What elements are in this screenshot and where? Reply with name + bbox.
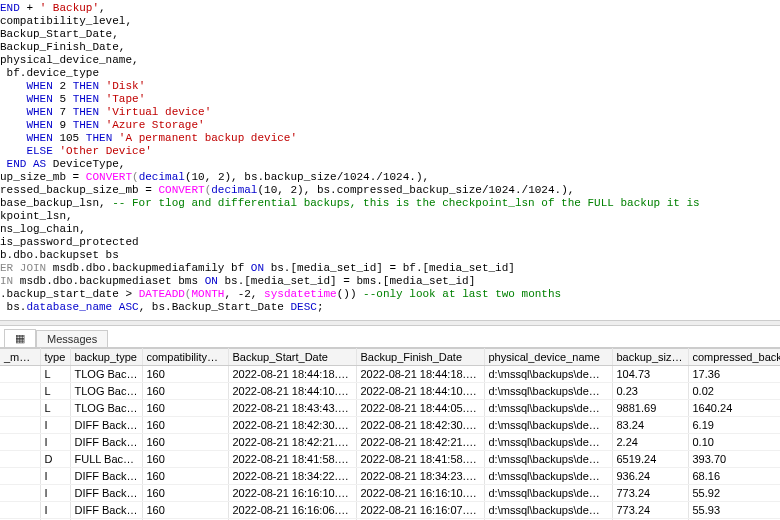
tab-results[interactable]: ▦ bbox=[4, 329, 36, 347]
cell-bt[interactable]: DIFF Backup bbox=[70, 468, 142, 485]
cell-type[interactable]: I bbox=[40, 434, 70, 451]
cell-bsd[interactable]: 2022-08-21 16:16:10.000 bbox=[228, 485, 356, 502]
cell-bfd[interactable]: 2022-08-21 16:16:10.000 bbox=[356, 485, 484, 502]
cell-cl[interactable]: 160 bbox=[142, 451, 228, 468]
sql-editor[interactable]: END + ' Backup', compatibility_level, Ba… bbox=[0, 0, 780, 320]
cell-type[interactable]: L bbox=[40, 366, 70, 383]
cell-cbs[interactable]: 55.92 bbox=[688, 485, 780, 502]
cell-model[interactable] bbox=[0, 383, 40, 400]
cell-bsm[interactable]: 104.73 bbox=[612, 366, 688, 383]
cell-bfd[interactable]: 2022-08-21 18:34:23.000 bbox=[356, 468, 484, 485]
cell-bfd[interactable]: 2022-08-21 16:16:07.000 bbox=[356, 502, 484, 519]
cell-cl[interactable]: 160 bbox=[142, 383, 228, 400]
cell-bsm[interactable]: 936.24 bbox=[612, 468, 688, 485]
cell-bsd[interactable]: 2022-08-21 18:44:18.000 bbox=[228, 366, 356, 383]
table-row[interactable]: IDIFF Backup1602022-08-21 18:42:21.00020… bbox=[0, 434, 780, 451]
cell-type[interactable]: L bbox=[40, 400, 70, 417]
cell-type[interactable]: I bbox=[40, 468, 70, 485]
cell-pdn[interactable]: d:\mssql\backups\demoBlog_ bbox=[484, 451, 612, 468]
results-grid[interactable]: _model type backup_type compatibility_le… bbox=[0, 348, 780, 520]
cell-bsd[interactable]: 2022-08-21 16:16:06.000 bbox=[228, 502, 356, 519]
cell-pdn[interactable]: d:\mssql\backups\demoBlog_ bbox=[484, 417, 612, 434]
cell-cl[interactable]: 160 bbox=[142, 434, 228, 451]
cell-cl[interactable]: 160 bbox=[142, 417, 228, 434]
cell-model[interactable] bbox=[0, 468, 40, 485]
cell-cbs[interactable]: 55.93 bbox=[688, 502, 780, 519]
cell-cl[interactable]: 160 bbox=[142, 400, 228, 417]
cell-cbs[interactable]: 17.36 bbox=[688, 366, 780, 383]
table-row[interactable]: LTLOG Backup1602022-08-21 18:44:10.00020… bbox=[0, 383, 780, 400]
cell-type[interactable]: I bbox=[40, 485, 70, 502]
cell-bsm[interactable]: 2.24 bbox=[612, 434, 688, 451]
cell-model[interactable] bbox=[0, 417, 40, 434]
cell-bt[interactable]: DIFF Backup bbox=[70, 485, 142, 502]
cell-bsd[interactable]: 2022-08-21 18:41:58.000 bbox=[228, 451, 356, 468]
cell-model[interactable] bbox=[0, 485, 40, 502]
cell-bsd[interactable]: 2022-08-21 18:42:30.000 bbox=[228, 417, 356, 434]
col-type[interactable]: type bbox=[40, 349, 70, 366]
cell-pdn[interactable]: d:\mssql\backups\demoBlog_ bbox=[484, 502, 612, 519]
cell-bsd[interactable]: 2022-08-21 18:34:22.000 bbox=[228, 468, 356, 485]
cell-model[interactable] bbox=[0, 400, 40, 417]
cell-cbs[interactable]: 393.70 bbox=[688, 451, 780, 468]
cell-bsm[interactable]: 773.24 bbox=[612, 502, 688, 519]
col-backup-type[interactable]: backup_type bbox=[70, 349, 142, 366]
cell-bsm[interactable]: 83.24 bbox=[612, 417, 688, 434]
cell-pdn[interactable]: d:\mssql\backups\demoBlog_ bbox=[484, 383, 612, 400]
table-row[interactable]: IDIFF Backup1602022-08-21 16:16:10.00020… bbox=[0, 485, 780, 502]
cell-cbs[interactable]: 0.02 bbox=[688, 383, 780, 400]
cell-cbs[interactable]: 6.19 bbox=[688, 417, 780, 434]
cell-pdn[interactable]: d:\mssql\backups\demoBlog_ bbox=[484, 366, 612, 383]
cell-type[interactable]: D bbox=[40, 451, 70, 468]
cell-bt[interactable]: DIFF Backup bbox=[70, 434, 142, 451]
cell-pdn[interactable]: d:\mssql\backups\demoBlog_ bbox=[484, 485, 612, 502]
col-device-name[interactable]: physical_device_name bbox=[484, 349, 612, 366]
col-model[interactable]: _model bbox=[0, 349, 40, 366]
cell-bt[interactable]: DIFF Backup bbox=[70, 502, 142, 519]
cell-cl[interactable]: 160 bbox=[142, 502, 228, 519]
cell-pdn[interactable]: d:\mssql\backups\demoBlog_ bbox=[484, 468, 612, 485]
cell-bt[interactable]: DIFF Backup bbox=[70, 417, 142, 434]
cell-bfd[interactable]: 2022-08-21 18:44:18.000 bbox=[356, 366, 484, 383]
cell-cl[interactable]: 160 bbox=[142, 485, 228, 502]
cell-model[interactable] bbox=[0, 451, 40, 468]
table-row[interactable]: IDIFF Backup1602022-08-21 16:16:06.00020… bbox=[0, 502, 780, 519]
cell-bsd[interactable]: 2022-08-21 18:42:21.000 bbox=[228, 434, 356, 451]
cell-pdn[interactable]: d:\mssql\backups\demoBlog_ bbox=[484, 434, 612, 451]
cell-cl[interactable]: 160 bbox=[142, 468, 228, 485]
table-row[interactable]: IDIFF Backup1602022-08-21 18:42:30.00020… bbox=[0, 417, 780, 434]
table-row[interactable]: DFULL Backup1602022-08-21 18:41:58.00020… bbox=[0, 451, 780, 468]
cell-type[interactable]: I bbox=[40, 502, 70, 519]
cell-bfd[interactable]: 2022-08-21 18:44:10.000 bbox=[356, 383, 484, 400]
cell-bsd[interactable]: 2022-08-21 18:44:10.000 bbox=[228, 383, 356, 400]
cell-bfd[interactable]: 2022-08-21 18:44:05.000 bbox=[356, 400, 484, 417]
cell-bfd[interactable]: 2022-08-21 18:41:58.000 bbox=[356, 451, 484, 468]
cell-cbs[interactable]: 1640.24 bbox=[688, 400, 780, 417]
cell-model[interactable] bbox=[0, 434, 40, 451]
cell-model[interactable] bbox=[0, 502, 40, 519]
col-compat-level[interactable]: compatibility_level bbox=[142, 349, 228, 366]
cell-bsm[interactable]: 0.23 bbox=[612, 383, 688, 400]
cell-model[interactable] bbox=[0, 366, 40, 383]
cell-type[interactable]: I bbox=[40, 417, 70, 434]
col-finish-date[interactable]: Backup_Finish_Date bbox=[356, 349, 484, 366]
tab-messages[interactable]: Messages bbox=[36, 330, 108, 347]
cell-bt[interactable]: TLOG Backup bbox=[70, 383, 142, 400]
cell-bsm[interactable]: 6519.24 bbox=[612, 451, 688, 468]
table-row[interactable]: LTLOG Backup1602022-08-21 18:44:18.00020… bbox=[0, 366, 780, 383]
col-start-date[interactable]: Backup_Start_Date bbox=[228, 349, 356, 366]
col-size-mb[interactable]: backup_size_mb bbox=[612, 349, 688, 366]
cell-cbs[interactable]: 0.10 bbox=[688, 434, 780, 451]
cell-bfd[interactable]: 2022-08-21 18:42:21.000 bbox=[356, 434, 484, 451]
cell-bt[interactable]: TLOG Backup bbox=[70, 400, 142, 417]
cell-pdn[interactable]: d:\mssql\backups\demoBlog_ bbox=[484, 400, 612, 417]
table-row[interactable]: IDIFF Backup1602022-08-21 18:34:22.00020… bbox=[0, 468, 780, 485]
cell-cl[interactable]: 160 bbox=[142, 366, 228, 383]
cell-bfd[interactable]: 2022-08-21 18:42:30.000 bbox=[356, 417, 484, 434]
cell-type[interactable]: L bbox=[40, 383, 70, 400]
cell-bt[interactable]: TLOG Backup bbox=[70, 366, 142, 383]
cell-bsm[interactable]: 9881.69 bbox=[612, 400, 688, 417]
cell-bsd[interactable]: 2022-08-21 18:43:43.000 bbox=[228, 400, 356, 417]
cell-bsm[interactable]: 773.24 bbox=[612, 485, 688, 502]
cell-cbs[interactable]: 68.16 bbox=[688, 468, 780, 485]
